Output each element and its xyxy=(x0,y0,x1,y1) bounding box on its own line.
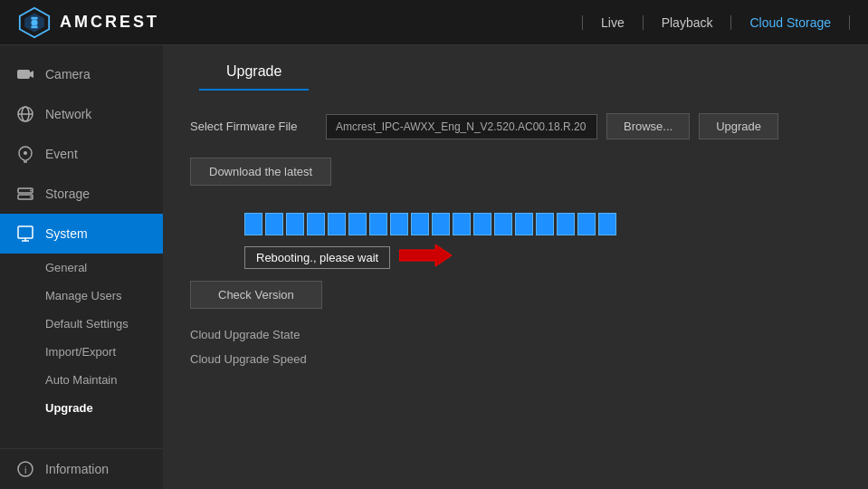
system-icon xyxy=(16,225,34,243)
progress-block xyxy=(598,213,616,235)
logo: AMCREST xyxy=(18,6,159,39)
browse-button[interactable]: Browse... xyxy=(606,113,690,139)
page-title: Upgrade xyxy=(226,63,281,79)
progress-block xyxy=(536,213,554,235)
progress-block xyxy=(369,213,387,235)
nav-cloud-storage[interactable]: Cloud Storage xyxy=(730,15,850,30)
sidebar-label-network: Network xyxy=(45,107,91,121)
logo-text: AMCREST xyxy=(60,13,159,32)
progress-block xyxy=(494,213,512,235)
download-button[interactable]: Download the latest xyxy=(190,158,331,186)
content: Upgrade Select Firmware File Browse... U… xyxy=(163,45,868,489)
sidebar-label-event: Event xyxy=(45,147,78,161)
progress-block xyxy=(286,213,304,235)
cloud-upgrade-state-label: Cloud Upgrade State xyxy=(190,322,841,347)
progress-block xyxy=(244,213,262,235)
progress-block xyxy=(348,213,367,235)
reboot-label-area: Rebooting., please wait xyxy=(244,243,453,272)
page-header: Upgrade xyxy=(199,45,309,91)
sidebar-item-camera[interactable]: Camera xyxy=(0,54,163,94)
sidebar-sub-upgrade[interactable]: Upgrade xyxy=(0,394,163,422)
svg-point-4 xyxy=(31,19,37,25)
firmware-label: Select Firmware File xyxy=(190,120,317,133)
svg-marker-6 xyxy=(30,71,33,78)
check-version-button[interactable]: Check Version xyxy=(190,281,322,309)
upgrade-button[interactable]: Upgrade xyxy=(699,113,778,139)
nav-playback[interactable]: Playback xyxy=(643,15,731,30)
progress-block xyxy=(432,213,450,235)
sidebar-sub-manage-users[interactable]: Manage Users xyxy=(0,282,163,310)
svg-rect-5 xyxy=(17,70,30,79)
arrow-icon xyxy=(399,243,453,272)
progress-block xyxy=(473,213,491,235)
svg-point-14 xyxy=(30,197,32,198)
svg-rect-15 xyxy=(18,226,33,238)
firmware-row: Select Firmware File Browse... Upgrade xyxy=(190,113,841,139)
sidebar-item-information[interactable]: i Information xyxy=(0,449,163,489)
sidebar-sub-general[interactable]: General xyxy=(0,254,163,282)
sidebar-label-system: System xyxy=(45,226,88,241)
sidebar-item-storage[interactable]: Storage xyxy=(0,174,163,214)
sidebar-label-camera: Camera xyxy=(45,67,91,82)
progress-area: Rebooting., please wait xyxy=(244,213,841,272)
sidebar-sub-auto-maintain[interactable]: Auto Maintain xyxy=(0,366,163,394)
progress-block xyxy=(411,213,429,235)
sidebar-bottom: i Information xyxy=(0,448,163,489)
progress-block xyxy=(577,213,596,235)
progress-block xyxy=(307,213,325,235)
firmware-input[interactable] xyxy=(326,114,597,139)
event-icon xyxy=(16,145,34,163)
sidebar-sub-import-export[interactable]: Import/Export xyxy=(0,338,163,366)
main-layout: Camera Network Event Storage System xyxy=(0,45,868,489)
svg-point-13 xyxy=(30,190,32,192)
progress-block xyxy=(557,213,575,235)
cloud-upgrade-speed-label: Cloud Upgrade Speed xyxy=(190,347,841,371)
progress-block xyxy=(265,213,283,235)
logo-icon xyxy=(18,6,51,39)
progress-block xyxy=(453,213,471,235)
sidebar-label-storage: Storage xyxy=(45,187,90,201)
sidebar-item-event[interactable]: Event xyxy=(0,134,163,174)
sidebar-item-system[interactable]: System xyxy=(0,214,163,254)
header: AMCREST Live Playback Cloud Storage xyxy=(0,0,868,45)
sidebar-sub-default-settings[interactable]: Default Settings xyxy=(0,310,163,338)
svg-marker-20 xyxy=(399,244,452,266)
sidebar: Camera Network Event Storage System xyxy=(0,45,163,489)
storage-icon xyxy=(16,185,34,203)
info-icon: i xyxy=(16,460,34,478)
network-icon xyxy=(16,105,34,123)
progress-bar xyxy=(244,213,616,235)
sidebar-label-information: Information xyxy=(45,462,109,476)
svg-point-10 xyxy=(24,151,27,155)
reboot-label: Rebooting., please wait xyxy=(244,246,390,269)
sidebar-item-network[interactable]: Network xyxy=(0,94,163,134)
page-content: Select Firmware File Browse... Upgrade D… xyxy=(163,91,868,394)
camera-icon xyxy=(16,65,34,83)
progress-block xyxy=(390,213,408,235)
nav-links: Live Playback Cloud Storage xyxy=(582,15,850,30)
svg-text:i: i xyxy=(24,465,26,475)
progress-block xyxy=(328,213,346,235)
nav-live[interactable]: Live xyxy=(582,15,643,30)
progress-block xyxy=(515,213,533,235)
